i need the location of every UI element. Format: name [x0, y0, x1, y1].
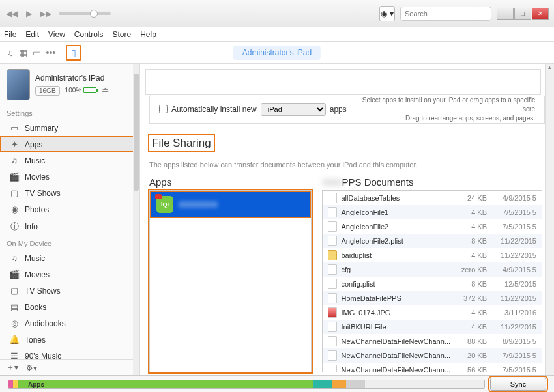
device-pill[interactable]: Administrator's iPad — [233, 46, 321, 60]
next-button[interactable]: ▶▶ — [39, 7, 52, 20]
auto-install-checkbox[interactable] — [159, 105, 168, 113]
more-view-icon[interactable]: ••• — [46, 48, 56, 58]
close-button[interactable]: ✕ — [532, 8, 549, 20]
menu-file[interactable]: File — [4, 30, 16, 39]
sync-button[interactable]: Sync — [490, 378, 546, 391]
sidebar-item-music[interactable]: ♫Music — [0, 152, 139, 169]
capacity-segment — [13, 380, 18, 388]
sidebar-icon: ▭ — [9, 123, 20, 133]
doc-size: 8 KB — [454, 237, 487, 245]
sidebar-icon: ✦ — [9, 139, 20, 149]
sidebar-item-movies[interactable]: 🎬Movies — [0, 169, 139, 185]
sidebar-item-tv-shows[interactable]: ▢TV Shows — [0, 185, 139, 201]
auto-install-select[interactable]: iPad — [261, 103, 326, 116]
doc-row[interactable]: AngleIconFile24 KB7/5/2015 5 — [323, 219, 542, 234]
doc-name: IMG_0174.JPG — [341, 309, 450, 316]
apps-list[interactable]: iQI — [149, 190, 312, 372]
doc-row[interactable]: NewChannelDataFileNewChann...56 KB7/5/20… — [323, 363, 542, 372]
docs-list[interactable]: allDatabaseTables24 KB4/9/2015 5AngleIco… — [322, 190, 542, 372]
device-header[interactable]: Administrator's iPad 16GB 100% ⏏ — [0, 64, 139, 105]
library-toolbar: ♫ ▦ ▭ ••• ▯ Administrator's iPad — [0, 42, 554, 64]
sidebar-item-label: TV Shows — [25, 287, 61, 296]
sidebar-item-books[interactable]: ▤Books — [0, 299, 139, 315]
sidebar-icon: 🎬 — [9, 270, 20, 279]
prev-button[interactable]: ◀◀ — [5, 7, 18, 20]
sidebar-icon: 🔔 — [9, 335, 20, 344]
doc-size: 4 KB — [454, 208, 487, 216]
doc-name: AngleIconFile1 — [341, 208, 450, 216]
add-playlist-button[interactable]: ＋▾ — [7, 362, 18, 373]
capacity-label: Apps — [28, 380, 44, 389]
file-icon — [328, 293, 337, 303]
doc-date: 3/11/2016 — [491, 309, 536, 316]
doc-row[interactable]: allDatabaseTables24 KB4/9/2015 5 — [323, 191, 542, 205]
maximize-button[interactable]: □ — [514, 8, 531, 20]
doc-row[interactable]: config.plist8 KB12/5/2015 — [323, 277, 542, 291]
doc-row[interactable]: baiduplist4 KB11/22/2015 — [323, 248, 542, 262]
device-button[interactable]: ▯ — [66, 45, 81, 61]
sidebar-scrollbar[interactable] — [133, 64, 139, 375]
sidebar-item-movies[interactable]: 🎬Movies — [0, 266, 139, 283]
capacity-segment — [313, 380, 332, 388]
file-icon — [328, 250, 337, 260]
doc-size: 4 KB — [454, 323, 487, 331]
doc-name: NewChannelDataFileNewChann... — [341, 337, 450, 345]
menu-help[interactable]: Help — [140, 30, 156, 39]
minimize-button[interactable]: — — [497, 8, 514, 20]
device-storage-badge: 16GB — [35, 86, 60, 96]
sidebar-item-audiobooks[interactable]: ◎Audiobooks — [0, 315, 139, 331]
doc-row[interactable]: AngleIconFile2.plist8 KB11/22/2015 — [323, 234, 542, 248]
menu-view[interactable]: View — [48, 30, 65, 39]
doc-name: InitBKURLFile — [341, 323, 450, 331]
settings-section-label: Settings — [0, 105, 139, 120]
sidebar-item-info[interactable]: ⓘInfo — [0, 217, 139, 236]
movies-view-icon[interactable]: ▦ — [19, 48, 27, 58]
doc-row[interactable]: InitBKURLFile4 KB11/22/2015 — [323, 320, 542, 334]
doc-name: HomeDataFilePPS — [341, 294, 450, 302]
sidebar-item-tones[interactable]: 🔔Tones — [0, 331, 139, 348]
sidebar-item-tv-shows[interactable]: ▢TV Shows — [0, 283, 139, 299]
capacity-segment — [8, 380, 13, 388]
file-icon — [328, 365, 337, 372]
bottom-bar: Apps Sync — [0, 375, 554, 392]
content-scrollbar[interactable]: ▴ — [545, 64, 554, 375]
doc-name: AngleIconFile2 — [341, 223, 450, 231]
doc-row[interactable]: HomeDataFilePPS372 KB11/22/2015 — [323, 291, 542, 305]
sidebar-item-apps[interactable]: ✦Apps — [0, 136, 139, 152]
sidebar-item-photos[interactable]: ◉Photos — [0, 201, 139, 217]
play-button[interactable]: ▶ — [22, 7, 35, 20]
doc-date: 4/9/2015 5 — [491, 194, 536, 202]
doc-row[interactable]: cfgzero KB4/9/2015 5 — [323, 262, 542, 277]
sidebar-item-label: Music — [25, 156, 45, 165]
content-area: Automatically install new iPad apps Sele… — [140, 64, 554, 375]
doc-size: 24 KB — [454, 194, 487, 202]
sidebar-item-label: Movies — [25, 173, 50, 182]
menu-edit[interactable]: Edit — [25, 30, 39, 39]
music-view-icon[interactable]: ♫ — [7, 48, 14, 58]
sidebar-icon: ◎ — [9, 318, 20, 328]
doc-row[interactable]: IMG_0174.JPG4 KB3/11/2016 — [323, 305, 542, 320]
doc-size: 88 KB — [454, 337, 487, 345]
doc-date: 11/22/2015 — [491, 323, 536, 331]
menu-controls[interactable]: Controls — [74, 30, 104, 39]
app-row[interactable]: iQI — [150, 191, 311, 218]
doc-row[interactable]: NewChannelDataFileNewChann...20 KB7/9/20… — [323, 348, 542, 363]
docs-column-header: XXXPPS Documents — [322, 176, 542, 190]
account-button[interactable]: ◉ ▾ — [379, 6, 395, 21]
sidebar-item-label: Movies — [25, 270, 50, 279]
volume-slider[interactable] — [59, 12, 111, 15]
doc-name: NewChannelDataFileNewChann... — [341, 366, 450, 372]
sidebar-item-label: Photos — [25, 205, 49, 214]
sidebar-item-music[interactable]: ♫Music — [0, 250, 139, 266]
doc-date: 4/9/2015 5 — [491, 266, 536, 273]
sidebar-item-label: Info — [25, 222, 38, 231]
settings-gear-icon[interactable]: ⚙▾ — [26, 363, 37, 372]
eject-icon[interactable]: ⏏ — [102, 85, 109, 94]
doc-row[interactable]: NewChannelDataFileNewChann...88 KB8/9/20… — [323, 334, 542, 348]
file-icon — [328, 193, 337, 203]
menu-store[interactable]: Store — [113, 30, 132, 39]
sidebar-item-summary[interactable]: ▭Summary — [0, 120, 139, 136]
tv-view-icon[interactable]: ▭ — [33, 48, 41, 58]
doc-row[interactable]: AngleIconFile14 KB7/5/2015 5 — [323, 205, 542, 219]
search-input[interactable] — [400, 7, 491, 21]
